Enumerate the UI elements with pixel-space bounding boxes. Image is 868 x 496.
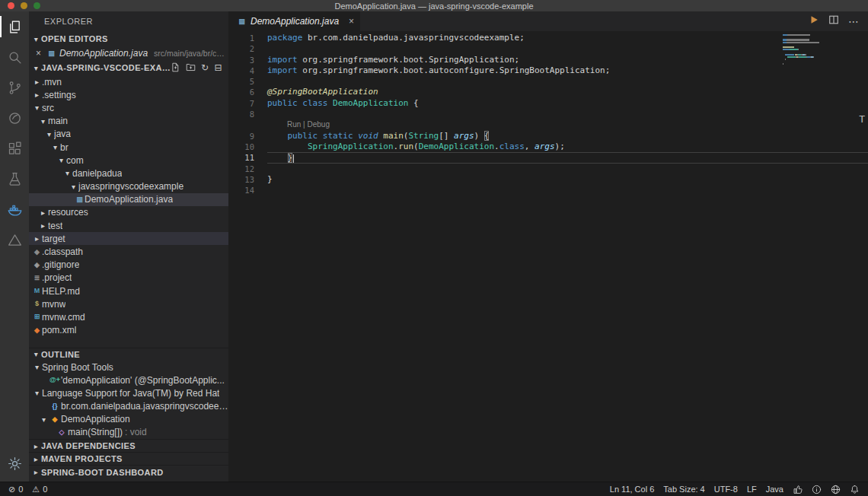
tree-item-main[interactable]: ▾main	[29, 115, 228, 128]
chevron-down-icon[interactable]: ▾	[69, 183, 78, 191]
tree-item-mvnw[interactable]: $mvnw	[29, 297, 228, 310]
minimize-window-button[interactable]	[21, 2, 27, 9]
status-language-mode[interactable]: Java	[761, 482, 788, 496]
run-button[interactable]	[809, 14, 819, 28]
code-line-5[interactable]: 5	[228, 76, 868, 87]
open-editors-header[interactable]: ▾ OPEN EDITORS	[29, 31, 228, 46]
code-line-8[interactable]: 8	[228, 109, 868, 119]
line-number[interactable]: 4	[228, 65, 254, 76]
project-section-header[interactable]: ▾ JAVA-SPRING-VSCODE-EXAMPLE ↻ ⊟	[29, 60, 228, 75]
code-line-1[interactable]: 1package br.com.danielpadua.javaspringvs…	[228, 33, 868, 43]
line-number[interactable]: 9	[228, 131, 254, 141]
activity-search-icon[interactable]	[0, 42, 29, 72]
chevron-right-icon[interactable]: ▸	[38, 221, 48, 230]
tree-item-mvnw-cmd[interactable]: ⊞mvnw.cmd	[29, 310, 228, 323]
line-number[interactable]: 2	[228, 43, 254, 54]
line-number[interactable]: 10	[228, 141, 254, 152]
tree-item-pom-xml[interactable]: ◆pom.xml	[29, 324, 228, 337]
close-icon[interactable]: ×	[349, 16, 354, 27]
tree-item--mvn[interactable]: ▸.mvn	[29, 75, 228, 88]
line-number[interactable]: 14	[228, 185, 254, 196]
status-indentation[interactable]: Tab Size: 4	[659, 482, 709, 496]
chevron-down-icon[interactable]: ▾	[56, 156, 66, 164]
outline-item-main-string-[interactable]: ◇main(String[]) : void	[29, 426, 228, 439]
status-problems-errors[interactable]: ⊘0	[4, 482, 27, 496]
code-line-3[interactable]: 3import org.springframework.boot.SpringA…	[228, 55, 868, 65]
outline-item--demoapplication-springbootapp[interactable]: @+'demoApplication' (@SpringBootApplic..…	[29, 374, 228, 386]
close-icon[interactable]: ×	[34, 48, 43, 59]
bell-icon[interactable]	[845, 482, 864, 496]
chevron-down-icon[interactable]: ▾	[62, 169, 72, 177]
activity-extensions-icon[interactable]	[0, 133, 29, 164]
activity-source-control-icon[interactable]	[0, 72, 29, 103]
line-number[interactable]: 8	[228, 109, 254, 119]
refresh-icon[interactable]: ↻	[201, 63, 209, 72]
section-spring-boot-dashboard[interactable]: ▸SPRING-BOOT DASHBOARD	[29, 465, 228, 478]
tab-demoapplication[interactable]: ▤ DemoApplication.java ×	[228, 11, 360, 31]
chevron-down-icon[interactable]: ▾	[32, 363, 42, 371]
tree-item-target[interactable]: ▸target	[29, 232, 228, 245]
code-line-9[interactable]: 9 public static void main(String[] args)…	[228, 131, 868, 141]
code-line-2[interactable]: 2	[228, 43, 868, 54]
outline-item-spring-boot-tools[interactable]: ▾Spring Boot Tools	[29, 361, 228, 374]
thumbs-up-icon[interactable]	[788, 482, 807, 496]
code-line-11[interactable]: 11 }	[228, 152, 868, 163]
more-actions-icon[interactable]: ⋯	[848, 16, 859, 27]
activity-problems-triangle-icon[interactable]	[0, 224, 29, 255]
activity-spring-boot-dashboard-icon[interactable]	[0, 103, 29, 133]
code-editor[interactable]: 1package br.com.danielpadua.javaspringvs…	[228, 31, 868, 482]
line-number[interactable]: 1	[228, 33, 254, 43]
tree-item-java[interactable]: ▾java	[29, 128, 228, 141]
line-number[interactable]: 13	[228, 174, 254, 185]
tree-item-javaspringvscodeexample[interactable]: ▾javaspringvscodeexample	[29, 180, 228, 193]
collapse-all-icon[interactable]: ⊟	[215, 63, 222, 72]
outline-item-br-com-danielpadua-javaspringv[interactable]: {}br.com.danielpadua.javaspringvscodeexa…	[29, 400, 228, 413]
chevron-down-icon[interactable]: ▾	[50, 143, 60, 151]
chevron-right-icon[interactable]: ▸	[38, 208, 48, 217]
minimap[interactable]	[783, 34, 856, 68]
code-line-10[interactable]: 10 SpringApplication.run(DemoApplication…	[228, 141, 868, 152]
tree-item--classpath[interactable]: ◆.classpath	[29, 245, 228, 258]
chevron-right-icon[interactable]: ▸	[32, 78, 42, 86]
code-line-12[interactable]: 12	[228, 164, 868, 174]
activity-test-explorer-icon[interactable]	[0, 164, 29, 194]
new-folder-icon[interactable]	[186, 62, 196, 74]
zoom-window-button[interactable]	[34, 2, 40, 9]
line-number[interactable]: 12	[228, 164, 254, 174]
line-number[interactable]: 5	[228, 76, 254, 87]
chevron-right-icon[interactable]: ▸	[32, 91, 42, 99]
chevron-down-icon[interactable]: ▾	[32, 389, 42, 397]
codelens-run-debug[interactable]: Run | Debug	[267, 119, 330, 130]
new-file-icon[interactable]	[171, 62, 180, 74]
chevron-down-icon[interactable]: ▾	[38, 117, 48, 126]
tree-item--gitignore[interactable]: ◈.gitignore	[29, 259, 228, 272]
status-encoding[interactable]: UTF-8	[710, 482, 742, 496]
chevron-right-icon[interactable]: ▸	[32, 234, 42, 243]
tree-item-com[interactable]: ▾com	[29, 154, 228, 167]
tree-item-br[interactable]: ▾br	[29, 141, 228, 154]
globe-icon[interactable]	[826, 482, 845, 496]
activity-settings-icon[interactable]	[0, 448, 29, 479]
tree-item--project[interactable]: ≣.project	[29, 272, 228, 285]
feedback-info-icon[interactable]	[807, 482, 826, 496]
outline-item-language-support-for-java-tm-b[interactable]: ▾Language Support for Java(TM) by Red Ha…	[29, 386, 228, 399]
tree-item-test[interactable]: ▸test	[29, 219, 228, 232]
code-line-7[interactable]: 7public class DemoApplication {	[228, 98, 868, 109]
activity-explorer-icon[interactable]	[0, 11, 29, 42]
code-line-14[interactable]: 14	[228, 185, 868, 196]
outline-header[interactable]: ▾ OUTLINE	[29, 348, 228, 361]
section-maven-projects[interactable]: ▸MAVEN PROJECTS	[29, 452, 228, 465]
tree-item--settings[interactable]: ▸.settings	[29, 88, 228, 101]
status-cursor-position[interactable]: Ln 11, Col 6	[605, 482, 659, 496]
status-problems-warnings[interactable]: ⚠0	[27, 482, 52, 496]
split-editor-icon[interactable]	[828, 14, 839, 28]
line-number[interactable]: 7	[228, 98, 254, 109]
chevron-down-icon[interactable]: ▾	[44, 130, 54, 138]
tree-item-help-md[interactable]: MHELP.md	[29, 285, 228, 297]
tree-item-danielpadua[interactable]: ▾danielpadua	[29, 167, 228, 180]
line-number[interactable]: 6	[228, 87, 254, 97]
chevron-down-icon[interactable]: ▾	[39, 415, 49, 424]
close-window-button[interactable]	[8, 2, 14, 9]
activity-docker-icon[interactable]	[0, 194, 29, 224]
tree-item-src[interactable]: ▾src	[29, 101, 228, 114]
